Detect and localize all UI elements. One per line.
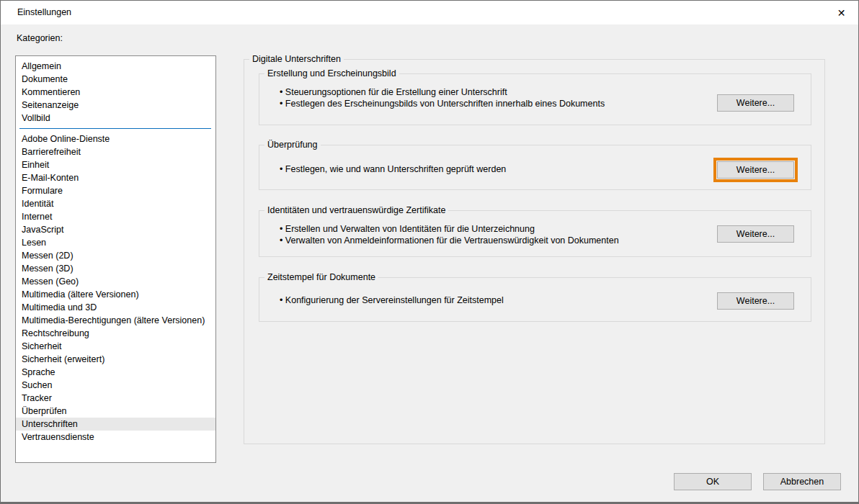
categories-label: Kategorien: — [17, 33, 63, 43]
category-item[interactable]: Messen (2D) — [16, 249, 215, 262]
category-item[interactable]: Sicherheit (erweitert) — [16, 353, 215, 366]
category-item[interactable]: Vertrauensdienste — [16, 431, 215, 444]
category-item[interactable]: Multimedia-Berechtigungen (ältere Versio… — [16, 314, 215, 327]
category-item[interactable]: Adobe Online-Dienste — [16, 132, 215, 145]
category-item[interactable]: Dokumente — [16, 73, 215, 86]
category-item[interactable]: Multimedia (ältere Versionen) — [16, 288, 215, 301]
digital-signatures-title: Digitale Unterschriften — [249, 54, 344, 64]
category-item[interactable]: Einheit — [16, 158, 215, 171]
category-item[interactable]: Suchen — [16, 379, 215, 392]
category-item[interactable]: Rechtschreibung — [16, 327, 215, 340]
category-item[interactable]: Überprüfen — [16, 405, 215, 418]
section-bullets: Steuerungsoptionen für die Erstellung ei… — [280, 86, 605, 109]
bullet-item: Verwalten von Anmeldeinformationen für d… — [280, 235, 619, 246]
category-item[interactable]: Tracker — [16, 392, 215, 405]
category-item[interactable]: Identität — [16, 197, 215, 210]
category-item[interactable]: Messen (Geo) — [16, 275, 215, 288]
category-item[interactable]: Barrierefreiheit — [16, 145, 215, 158]
bullet-item: Erstellen und Verwalten von Identitäten … — [280, 223, 619, 235]
section-ueberpruefung: Überprüfung Festlegen, wie und wann Unte… — [259, 145, 811, 190]
section-zeitstempel: Zeitstempel für Dokumente Konfigurierung… — [259, 277, 811, 322]
category-item[interactable]: Lesen — [16, 236, 215, 249]
category-list-group-bottom: Adobe Online-DiensteBarrierefreiheitEinh… — [16, 132, 215, 444]
category-item[interactable]: Formulare — [16, 184, 215, 197]
ok-button[interactable]: OK — [674, 473, 752, 490]
digital-signatures-groupbox: Digitale Unterschriften Erstellung und E… — [244, 59, 825, 444]
weitere-button-identitaeten[interactable]: Weitere... — [717, 225, 794, 243]
category-item[interactable]: JavaScript — [16, 223, 215, 236]
section-title: Identitäten und vertrauenswürdige Zertif… — [264, 205, 448, 215]
category-item[interactable]: Messen (3D) — [16, 262, 215, 275]
category-list-group-top: AllgemeinDokumenteKommentierenSeitenanze… — [16, 60, 215, 125]
close-icon[interactable]: ✕ — [824, 1, 858, 24]
category-item[interactable]: Seitenanzeige — [16, 99, 215, 112]
section-erstellung-und-erscheinungsbild: Erstellung und Erscheinungsbild Steuerun… — [259, 73, 811, 125]
bullet-item: Konfigurierung der Servereinstellungen f… — [280, 294, 504, 306]
weitere-button-ueberpruefung[interactable]: Weitere... — [717, 161, 794, 179]
category-item[interactable]: E-Mail-Konten — [16, 171, 215, 184]
section-title: Erstellung und Erscheinungsbild — [264, 68, 399, 78]
section-bullets: Festlegen, wie und wann Unterschriften g… — [280, 163, 506, 175]
category-item[interactable]: Internet — [16, 210, 215, 223]
section-bullets: Konfigurierung der Servereinstellungen f… — [280, 294, 504, 306]
category-list-divider — [19, 128, 211, 129]
bullet-item: Festlegen des Erscheinungsbilds von Unte… — [280, 98, 605, 109]
cancel-button[interactable]: Abbrechen — [763, 473, 841, 490]
category-item[interactable]: Kommentieren — [16, 86, 215, 99]
category-item[interactable]: Sprache — [16, 366, 215, 379]
section-identitaeten-und-zertifikate: Identitäten und vertrauenswürdige Zertif… — [259, 210, 811, 257]
category-item[interactable]: Sicherheit — [16, 340, 215, 353]
category-item[interactable]: Multimedia und 3D — [16, 301, 215, 314]
bullet-item: Steuerungsoptionen für die Erstellung ei… — [280, 86, 605, 98]
bullet-item: Festlegen, wie und wann Unterschriften g… — [280, 163, 506, 175]
section-title: Zeitstempel für Dokumente — [264, 272, 378, 282]
category-item[interactable]: Unterschriften — [16, 418, 215, 431]
title-bar[interactable]: Einstellungen ✕ — [1, 1, 858, 24]
preferences-dialog: Einstellungen ✕ Kategorien: AllgemeinDok… — [0, 0, 859, 504]
weitere-button-zeitstempel[interactable]: Weitere... — [717, 292, 794, 310]
weitere-button-erstellung[interactable]: Weitere... — [717, 94, 794, 112]
section-title: Überprüfung — [264, 140, 321, 150]
section-bullets: Erstellen und Verwalten von Identitäten … — [280, 223, 619, 246]
category-item[interactable]: Vollbild — [16, 112, 215, 125]
dialog-title: Einstellungen — [17, 7, 71, 17]
category-listbox[interactable]: AllgemeinDokumenteKommentierenSeitenanze… — [15, 55, 216, 463]
category-item[interactable]: Allgemein — [16, 60, 215, 73]
